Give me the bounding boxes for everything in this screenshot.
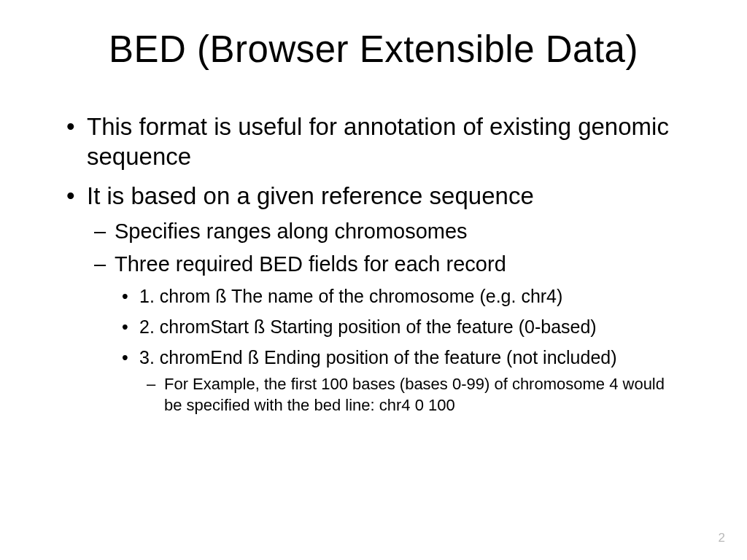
- sub-bullet-list: Specifies ranges along chromosomes Three…: [87, 218, 685, 416]
- subsubsub-bullet-list: For Example, the first 100 bases (bases …: [139, 374, 685, 416]
- subsub-bullet-item: 3. chromEnd ß Ending position of the fea…: [115, 346, 685, 416]
- subsub-bullet-item: 1. chrom ß The name of the chromosome (e…: [115, 284, 685, 309]
- subsub-bullet-list: 1. chrom ß The name of the chromosome (e…: [115, 284, 685, 416]
- subsub-bullet-text: 3. chromEnd ß Ending position of the fea…: [139, 347, 617, 368]
- bullet-item: This format is useful for annotation of …: [62, 112, 685, 172]
- page-number: 2: [719, 531, 725, 545]
- subsubsub-bullet-item: For Example, the first 100 bases (bases …: [139, 374, 685, 416]
- bullet-item: It is based on a given reference sequenc…: [62, 181, 685, 416]
- bullet-text: It is based on a given reference sequenc…: [87, 182, 534, 209]
- subsub-bullet-item: 2. chromStart ß Starting position of the…: [115, 315, 685, 340]
- sub-bullet-text: Three required BED fields for each recor…: [115, 252, 506, 276]
- slide-title: BED (Browser Extensible Data): [62, 28, 685, 71]
- bullet-list: This format is useful for annotation of …: [62, 112, 685, 416]
- sub-bullet-item: Specifies ranges along chromosomes: [87, 218, 685, 246]
- slide: BED (Browser Extensible Data) This forma…: [0, 0, 747, 560]
- sub-bullet-item: Three required BED fields for each recor…: [87, 251, 685, 416]
